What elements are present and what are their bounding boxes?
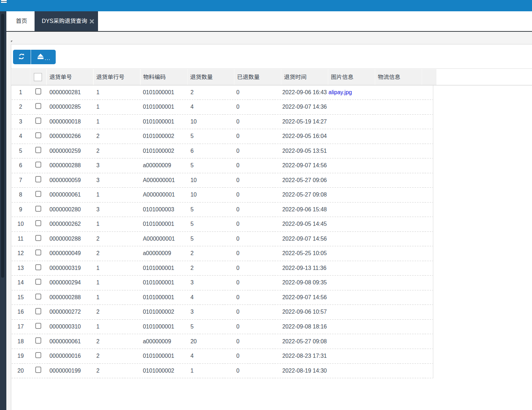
row-checkbox[interactable]	[35, 103, 41, 109]
header-separator	[281, 69, 281, 85]
cell-return_time: 2022-09-06 15:48	[282, 203, 327, 217]
cell-return_no: 0000000319	[49, 261, 93, 276]
row-checkbox[interactable]	[35, 279, 41, 285]
table-row[interactable]: 20000000019920101000002102022-08-19 14:3…	[12, 364, 433, 379]
hamburger-icon[interactable]	[1, 0, 7, 3]
cell-return_qty: 5	[190, 217, 234, 232]
row-checkbox[interactable]	[35, 191, 41, 197]
cell-row-number: 19	[11, 349, 30, 364]
cell-row-number: 11	[11, 232, 30, 247]
cell-image_info	[329, 364, 375, 379]
image-file-link[interactable]: alipay.jpg	[329, 89, 352, 95]
row-checkbox[interactable]	[35, 337, 41, 343]
cell-return_no: 0000000049	[49, 246, 93, 261]
table-row[interactable]: 15000000028810101000001402022-09-07 14:5…	[12, 290, 433, 305]
cell-return_no: 0000000262	[49, 217, 93, 232]
table-row[interactable]: 800000000611A0000000011002022-05-27 09:0…	[12, 188, 433, 203]
row-checkbox[interactable]	[35, 132, 41, 138]
table-row[interactable]: 19000000001620101000001402022-08-23 17:3…	[12, 349, 433, 364]
table-row[interactable]: 600000002883a00000009502022-09-07 14:56	[12, 158, 433, 173]
row-checkbox[interactable]	[35, 235, 41, 241]
cell-row-number: 16	[11, 305, 30, 320]
cell-return_no: 0000000288	[49, 290, 93, 305]
cell-return_qty: 5	[190, 203, 234, 217]
cell-return_no: 0000000266	[49, 129, 93, 144]
table-row[interactable]: 14000000029410101000001302022-09-08 09:3…	[12, 276, 433, 290]
table-row[interactable]: 2000000028510101000001402022-09-07 14:36	[12, 100, 433, 115]
header-separator	[140, 69, 140, 85]
cell-return_time: 2022-09-06 16:43	[282, 85, 327, 100]
table-row[interactable]: 700000000593A0000000011002022-05-27 09:0…	[12, 173, 433, 188]
row-checkbox[interactable]	[35, 147, 41, 153]
refresh-button[interactable]	[13, 50, 31, 64]
cell-return_no: 0000000272	[49, 305, 93, 320]
cell-return_qty: 2	[190, 246, 234, 261]
header-separator	[30, 69, 30, 85]
column-header-returned_qty[interactable]: 已退数量	[237, 69, 259, 85]
row-checkbox[interactable]	[35, 117, 41, 123]
sidebar-scrollbar-thumb[interactable]	[1, 14, 5, 278]
row-checkbox[interactable]	[35, 367, 41, 373]
cell-logistics_info	[378, 246, 422, 261]
column-header-return_time[interactable]: 退货时间	[284, 69, 306, 85]
cell-line_no: 2	[96, 364, 140, 379]
row-checkbox[interactable]	[35, 308, 41, 314]
tab-dys-return-query[interactable]: DYS采购退货查询	[35, 11, 98, 31]
table-row[interactable]: 1800000000612a000000092002022-05-27 09:0…	[12, 334, 433, 349]
cell-row-number: 6	[11, 158, 30, 173]
row-checkbox[interactable]	[35, 220, 41, 226]
table-row[interactable]: 16000000027220101000002302022-09-06 10:5…	[12, 305, 433, 320]
cell-logistics_info	[378, 320, 422, 334]
cell-return_qty: 4	[190, 349, 234, 364]
eject-button[interactable]: ...	[31, 50, 56, 64]
cell-returned_qty: 0	[236, 85, 281, 100]
close-icon[interactable]	[90, 19, 94, 24]
column-header-image_info[interactable]: 图片信息	[331, 69, 354, 85]
tab-home[interactable]: 首页	[6, 11, 35, 31]
cell-return_qty: 5	[190, 232, 234, 247]
row-checkbox[interactable]	[35, 249, 41, 255]
cell-line_no: 1	[96, 188, 140, 203]
cell-returned_qty: 0	[236, 334, 281, 349]
cell-returned_qty: 0	[236, 349, 281, 364]
cell-returned_qty: 0	[236, 158, 281, 173]
cell-return_no: 0000000280	[49, 203, 93, 217]
row-checkbox[interactable]	[35, 176, 41, 182]
row-checkbox[interactable]	[35, 323, 41, 329]
table-row[interactable]: 30000000018101010000011002022-05-19 14:2…	[12, 115, 433, 129]
cell-image_info	[329, 100, 375, 115]
cell-logistics_info	[378, 173, 422, 188]
row-checkbox[interactable]	[35, 206, 41, 212]
column-header-material_code[interactable]: 物料编码	[143, 69, 166, 85]
column-header-logistics_info[interactable]: 物流信息	[378, 69, 400, 85]
row-checkbox[interactable]	[35, 88, 41, 94]
select-all-checkbox[interactable]	[34, 73, 42, 81]
cell-return_qty: 10	[190, 173, 234, 188]
column-header-return_qty[interactable]: 退货数量	[190, 69, 213, 85]
row-checkbox[interactable]	[35, 294, 41, 300]
cell-returned_qty: 0	[236, 129, 281, 144]
cell-image_info	[329, 188, 375, 203]
table-row[interactable]: 10000000026210101000001502022-09-05 14:4…	[12, 217, 433, 232]
cell-return_no: 0000000310	[49, 320, 93, 334]
row-checkbox[interactable]	[35, 264, 41, 270]
table-row[interactable]: 17000000031010101000001502022-09-08 18:1…	[12, 320, 433, 334]
cell-return_qty: 2	[190, 261, 234, 276]
cell-logistics_info	[378, 144, 422, 159]
table-row[interactable]: 1000000028110101000001202022-09-06 16:43…	[12, 85, 433, 100]
cell-line_no: 1	[96, 85, 140, 100]
row-checkbox[interactable]	[35, 162, 41, 168]
column-header-return_no[interactable]: 退货单号	[49, 69, 72, 85]
cell-returned_qty: 0	[236, 217, 281, 232]
table-row[interactable]: 9000000028030101000003502022-09-06 15:48	[12, 203, 433, 217]
cell-logistics_info	[378, 203, 422, 217]
cell-row-number: 2	[11, 100, 30, 115]
table-row[interactable]: 13000000031910101000001202022-09-13 11:3…	[12, 261, 433, 276]
table-row[interactable]: 4000000026620101000002502022-09-05 16:04	[12, 129, 433, 144]
table-row[interactable]: 1200000000492a00000009202022-05-25 10:05	[12, 246, 433, 261]
column-header-line_no[interactable]: 退货单行号	[96, 69, 124, 85]
row-checkbox[interactable]	[35, 352, 41, 358]
table-row[interactable]: 1100000002882A000000001502022-09-07 14:5…	[12, 232, 433, 247]
table-row[interactable]: 5000000025920101000002602022-09-05 13:51	[12, 144, 433, 159]
cell-line_no: 1	[96, 261, 140, 276]
